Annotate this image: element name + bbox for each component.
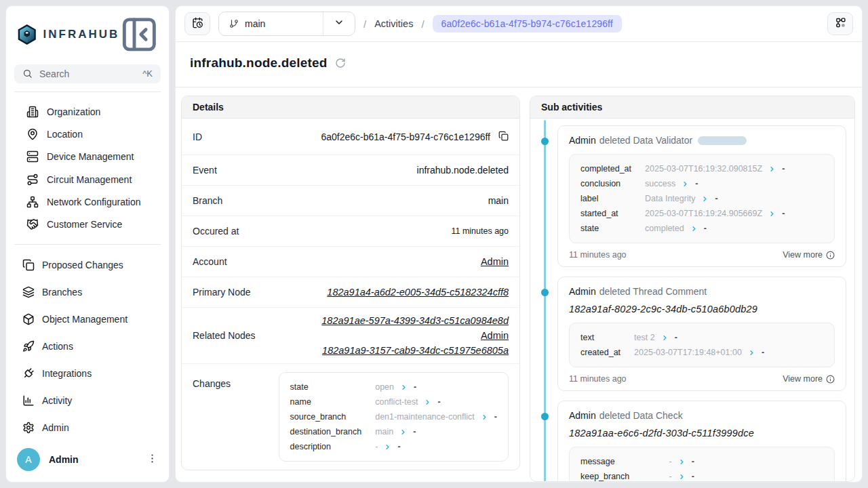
- branch-selector-toggle[interactable]: [323, 12, 355, 35]
- property-key: started_at: [580, 206, 631, 221]
- sidebar-item-label: Network Configuration: [47, 197, 141, 207]
- property-key: keep_branch: [580, 469, 656, 481]
- sidebar-item-integrations[interactable]: Integrations: [12, 360, 163, 387]
- details-row-event: Eventinfrahub.node.deleted: [182, 155, 519, 186]
- sidebar-item-label: Branches: [42, 287, 82, 298]
- details-row-related-nodes: Related Nodes182a91ae-597a-4399-34d3-c51…: [182, 308, 519, 364]
- property-new-value: -: [494, 409, 497, 424]
- property-key: conclusion: [580, 176, 631, 191]
- sidebar-item-branches[interactable]: Branches: [12, 279, 163, 306]
- details-row-occured-at: Occured at11 minutes ago: [182, 216, 519, 247]
- sub-activity-node-id: 182a91aa-e6c6-d2fd-303d-c511f3999dce: [569, 428, 835, 439]
- chevron-right-icon[interactable]: [661, 334, 669, 342]
- chevron-right-icon[interactable]: [678, 473, 686, 481]
- breadcrumb-activities[interactable]: Activities: [374, 18, 413, 29]
- property-key: text: [580, 330, 620, 345]
- details-row-links: 182a91a4-a6d2-e005-34d5-c5182324cff8: [327, 279, 509, 305]
- chevron-down-icon: [334, 17, 344, 30]
- chevron-right-icon[interactable]: [682, 180, 689, 188]
- chevron-right-icon[interactable]: [481, 413, 488, 421]
- user-menu[interactable]: A Admin: [6, 441, 169, 482]
- property-new-value: -: [782, 161, 785, 176]
- kebab-menu-icon: [146, 453, 158, 466]
- sidebar-item-label: Customer Service: [47, 219, 122, 230]
- node-link[interactable]: Admin: [481, 330, 509, 341]
- sidebar-item-organization[interactable]: Organization: [12, 100, 163, 123]
- time-travel-button[interactable]: [184, 12, 210, 35]
- sub-activity-node-id: 182a91af-8029-2c9c-34db-c510a6b0db29: [569, 304, 835, 314]
- sub-activity-timestamp: 11 minutes ago: [569, 250, 627, 260]
- chevron-right-icon[interactable]: [701, 195, 709, 203]
- property-previous-value: test 2: [634, 330, 655, 345]
- search-input[interactable]: Search ^K: [14, 64, 161, 83]
- server-icon: [26, 150, 39, 163]
- details-row-value: main: [488, 195, 509, 206]
- copy-id-button[interactable]: [498, 131, 509, 143]
- node-link[interactable]: 182a91a4-a6d2-e005-34d5-c5182324cff8: [327, 287, 509, 298]
- property-new-value: -: [692, 454, 694, 469]
- sub-activity-action: deleted Thread Comment: [599, 286, 707, 297]
- search-shortcut: ^K: [142, 68, 153, 79]
- property-key: description: [290, 439, 362, 454]
- brand-name: INFRAHUB: [43, 28, 120, 41]
- chevron-right-icon[interactable]: [768, 210, 776, 218]
- breadcrumb-separator: /: [421, 18, 424, 30]
- property-previous-value: 2025-03-07T16:19:32.090815Z: [645, 161, 762, 176]
- chevron-right-icon[interactable]: [424, 399, 431, 406]
- sidebar-item-label: Location: [47, 129, 83, 140]
- sub-activity-action: deleted Data Validator: [599, 135, 693, 146]
- refresh-button[interactable]: [335, 58, 346, 70]
- details-value-text: 6a0f2e6c-b61a-4f75-b974-c76c1e1296ff: [321, 131, 490, 142]
- user-options-button[interactable]: [146, 453, 158, 466]
- view-more-button[interactable]: View more: [783, 374, 835, 384]
- building-icon: [26, 106, 39, 118]
- details-value-text: 11 minutes ago: [451, 226, 509, 236]
- info-icon: [826, 251, 835, 260]
- sidebar-item-network-configuration[interactable]: Network Configuration: [12, 190, 163, 213]
- chevron-right-icon[interactable]: [384, 443, 391, 451]
- chevron-right-icon[interactable]: [678, 458, 686, 466]
- components-button[interactable]: [827, 12, 853, 35]
- chevron-right-icon[interactable]: [768, 165, 776, 173]
- sidebar-item-activity[interactable]: Activity: [12, 387, 163, 414]
- sidebar-nav-main: Proposed ChangesBranchesObject Managemen…: [6, 245, 169, 441]
- sidebar-item-location[interactable]: Location: [12, 123, 163, 145]
- details-row-label: Occured at: [193, 226, 239, 237]
- chevron-right-icon[interactable]: [748, 349, 755, 357]
- node-link[interactable]: 182a91ae-597a-4399-34d3-c51ca0984e8d: [321, 315, 509, 326]
- details-row-label: Account: [193, 256, 227, 267]
- sub-activity-title: Admindeleted Data Validator: [569, 135, 835, 146]
- property-previous-value: main: [375, 424, 393, 439]
- sidebar-item-proposed-changes[interactable]: Proposed Changes: [12, 251, 163, 279]
- chevron-right-icon[interactable]: [399, 428, 407, 436]
- page-header: infrahub.node.deleted: [176, 42, 862, 87]
- sidebar-item-object-management[interactable]: Object Management: [12, 306, 163, 333]
- sidebar-item-label: Object Management: [42, 314, 127, 325]
- search-placeholder: Search: [39, 68, 69, 79]
- network-icon: [26, 196, 39, 208]
- sidebar-collapse-button[interactable]: [119, 14, 159, 56]
- sidebar-item-device-management[interactable]: Device Management: [12, 146, 163, 168]
- sidebar-nav-objects: OrganizationLocationDevice ManagementCir…: [6, 92, 169, 236]
- chevron-right-icon[interactable]: [690, 225, 698, 232]
- property-value: success-: [645, 176, 823, 191]
- details-value-text: main: [488, 195, 509, 206]
- branch-selector[interactable]: main: [218, 12, 355, 36]
- node-link[interactable]: Admin: [481, 256, 509, 267]
- sub-activity-actor: Admin: [569, 286, 596, 297]
- sidebar-item-admin[interactable]: Admin: [12, 414, 163, 441]
- sidebar-item-customer-service[interactable]: Customer Service: [12, 214, 163, 236]
- property-new-value: -: [715, 191, 717, 206]
- view-more-button[interactable]: View more: [783, 250, 835, 260]
- sidebar-item-actions[interactable]: Actions: [12, 333, 163, 360]
- node-link[interactable]: 182a91a9-3157-cab9-34dc-c51975e6805a: [322, 345, 509, 356]
- property-new-value: -: [692, 469, 694, 481]
- property-previous-value: -: [669, 469, 672, 481]
- sidebar-item-circuit-management[interactable]: Circuit Management: [12, 168, 163, 190]
- details-row-branch: Branchmain: [182, 186, 519, 216]
- property-key: name: [290, 394, 362, 409]
- chevron-right-icon[interactable]: [400, 384, 408, 391]
- chart-icon: [22, 394, 35, 407]
- calendar-clock-icon: [192, 17, 203, 30]
- details-row-label: Primary Node: [193, 287, 251, 298]
